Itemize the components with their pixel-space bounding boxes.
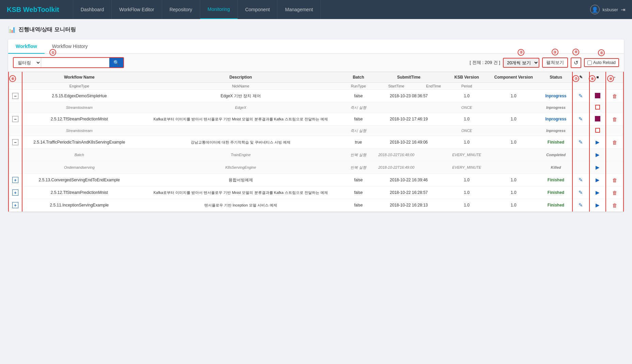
status-4: Finished bbox=[540, 174, 572, 186]
expand-toggle-1[interactable]: − bbox=[12, 93, 18, 99]
description-2: Kafka로부터 이미지를 받아서 텐서플로우 기반 Mnist 모델의 분류결… bbox=[136, 113, 345, 126]
annotation-8: ⑧ bbox=[589, 75, 596, 82]
table-row: − 2.5.14.TrafficPeriodicTrainAndK8sServi… bbox=[9, 136, 623, 149]
col-ksb-version-header: KSB Version bbox=[446, 72, 487, 83]
auto-reload-checkbox[interactable] bbox=[587, 61, 592, 65]
stop-button-2[interactable] bbox=[595, 116, 600, 121]
delete-button-2[interactable]: 🗑 bbox=[611, 116, 619, 123]
sub-row-3b: Ondemandserving K8sServingEngine 반복 실행 2… bbox=[9, 161, 623, 174]
page-size-select[interactable]: 20개씩 보기 bbox=[503, 58, 539, 68]
col-status-header: Status bbox=[540, 72, 572, 83]
search-button[interactable]: 🔍 bbox=[109, 58, 123, 67]
delete-button-4[interactable]: 🗑 bbox=[611, 177, 619, 184]
expand-toggle-2[interactable]: − bbox=[12, 116, 18, 122]
nav-item-repository[interactable]: Repository bbox=[162, 0, 200, 19]
sub-comp-period-2 bbox=[487, 126, 540, 136]
col-description-header: Description bbox=[136, 72, 345, 83]
stop-btn-cell-2 bbox=[589, 113, 606, 126]
sub-nickname-2 bbox=[136, 126, 345, 136]
delete-button-3[interactable]: 🗑 bbox=[611, 139, 619, 146]
auto-reload-toggle[interactable]: Auto Reload bbox=[584, 58, 619, 67]
search-input[interactable] bbox=[41, 59, 109, 67]
toolbar-right: [ 전체 : 209 건 ] ② 20개씩 보기 ③ 펼쳐보기 ④ ↺ bbox=[470, 57, 619, 68]
edit-button-4[interactable]: ✎ bbox=[577, 176, 584, 184]
submit-time-1: 2018-10-23 08:36:57 bbox=[372, 90, 446, 102]
sub-endtime-3b bbox=[421, 161, 446, 174]
stop-btn-cell-1 bbox=[589, 90, 606, 102]
tab-workflow[interactable]: Workflow bbox=[8, 39, 45, 54]
table-row: − 2.5.12.TfStreamPredictionMnist Kafka로부… bbox=[9, 113, 623, 126]
edit-button-5[interactable]: ✎ bbox=[577, 189, 584, 196]
status-5: Finished bbox=[540, 186, 572, 199]
annotation-6: ⑥ bbox=[9, 75, 16, 82]
delete-button-1[interactable]: 🗑 bbox=[611, 93, 619, 100]
nav-menu: Dashboard WorkFlow Editor Repository Mon… bbox=[73, 0, 590, 19]
table-subheader-row: EngineType NickName RunType StartTime En… bbox=[9, 83, 623, 90]
sub-delete-3b bbox=[606, 161, 623, 174]
edit-button-6[interactable]: ✎ bbox=[577, 201, 584, 209]
user-avatar-icon: 👤 bbox=[590, 5, 600, 14]
sub-play-button-3a[interactable]: ▶ bbox=[594, 151, 601, 159]
sub-starttime-3b: 2018-10-22T16:49:00 bbox=[372, 161, 421, 174]
sub-engine-2: Streamtostream bbox=[22, 126, 136, 136]
stop-button-1[interactable] bbox=[595, 93, 600, 98]
workflow-name-3: 2.5.14.TrafficPeriodicTrainAndK8sServing… bbox=[22, 136, 136, 149]
reload-button[interactable]: ↺ bbox=[571, 57, 581, 68]
delete-button-6[interactable]: 🗑 bbox=[611, 202, 619, 209]
table-row: + 2.5.11.InceptionServingExample 텐서플로우 기… bbox=[9, 199, 623, 212]
sub-expand-3b bbox=[9, 161, 22, 174]
play-button-6[interactable]: ▶ bbox=[594, 201, 601, 209]
play-button-5[interactable]: ▶ bbox=[594, 189, 601, 196]
main-card: Workflow Workflow History ① 필터링 🔍 [ 전체 :… bbox=[8, 39, 624, 212]
expand-toggle-6[interactable]: + bbox=[12, 202, 18, 208]
expand-toggle-3[interactable]: − bbox=[12, 139, 18, 145]
description-6: 텐서플로우 기반 Inception 모델 서비스 예제 bbox=[136, 199, 345, 212]
nav-item-management[interactable]: Management bbox=[278, 0, 321, 19]
nav-item-workflow-editor[interactable]: WorkFlow Editor bbox=[112, 0, 162, 19]
sub-engine-1: Streamtostream bbox=[22, 102, 136, 113]
filter-select[interactable]: 필터링 bbox=[14, 58, 41, 67]
delete-btn-cell-1: 🗑 bbox=[606, 90, 623, 102]
play-btn-cell-3: ▶ bbox=[589, 136, 606, 149]
col-edit-subheader bbox=[572, 83, 589, 90]
nav-item-monitoring[interactable]: Monitoring bbox=[200, 0, 238, 19]
edit-button-3[interactable]: ✎ bbox=[577, 138, 584, 146]
delete-button-5[interactable]: 🗑 bbox=[611, 189, 619, 196]
play-button-4[interactable]: ▶ bbox=[594, 176, 601, 184]
batch-5: false bbox=[345, 186, 372, 199]
edit-button-1[interactable]: ✎ bbox=[577, 92, 584, 100]
play-button-3[interactable]: ▶ bbox=[594, 138, 601, 146]
status-1: Inprogress bbox=[540, 90, 572, 102]
expand-cell-1: − bbox=[9, 90, 22, 102]
edit-button-2[interactable]: ✎ bbox=[577, 115, 584, 123]
sub-stop-button-2[interactable] bbox=[595, 128, 600, 133]
sub-runtype-2: 즉시 실행 bbox=[345, 126, 372, 136]
nav-item-dashboard[interactable]: Dashboard bbox=[73, 0, 112, 19]
expand-toggle-5[interactable]: + bbox=[12, 189, 18, 196]
table-body: − 2.5.15.EdgexDemoSimpleHue EdgeX 기반 장치 … bbox=[9, 90, 623, 212]
expand-button[interactable]: 펼쳐보기 bbox=[542, 57, 568, 68]
workflow-name-4: 2.5.13.ConvergedServingEndToEndExample bbox=[22, 174, 136, 186]
expand-toggle-4[interactable]: + bbox=[12, 177, 18, 183]
sub-play-button-3b[interactable]: ▶ bbox=[594, 164, 601, 171]
nav-item-component[interactable]: Component bbox=[238, 0, 278, 19]
annotation-1: ① bbox=[49, 49, 57, 56]
logout-icon[interactable]: ⇥ bbox=[621, 6, 625, 13]
ksb-version-3: 1.0 bbox=[446, 136, 487, 149]
expand-cell-4: + bbox=[9, 174, 22, 186]
sub-comp-period-1 bbox=[487, 102, 540, 113]
col-starttime-subheader: StartTime bbox=[372, 83, 421, 90]
status-6: Finished bbox=[540, 199, 572, 212]
workflow-name-5: 2.5.12.TfStreamPredictionMnist bbox=[22, 186, 136, 199]
annotation-5: ⑤ bbox=[598, 49, 605, 56]
sub-play-3a: ▶ bbox=[589, 149, 606, 161]
sub-edit-1 bbox=[572, 102, 589, 113]
auto-reload-wrapper: ⑤ Auto Reload bbox=[584, 58, 619, 67]
sub-stop-button-1[interactable] bbox=[595, 105, 600, 110]
sub-nickname-1: EdgeX bbox=[136, 102, 345, 113]
delete-btn-cell-5: 🗑 bbox=[606, 186, 623, 199]
ksb-version-6: 1.0 bbox=[446, 199, 487, 212]
brand-logo[interactable]: KSB WebToolkit bbox=[7, 6, 59, 14]
component-version-6: 1.0 bbox=[487, 199, 540, 212]
ksb-version-1: 1.0 bbox=[446, 90, 487, 102]
